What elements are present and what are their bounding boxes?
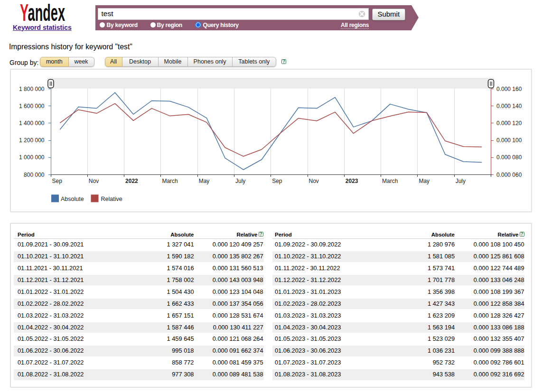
svg-text:Relative: Relative	[101, 196, 122, 202]
svg-text:Nov: Nov	[309, 178, 319, 184]
svg-text:March: March	[162, 178, 178, 184]
svg-text:July: July	[235, 178, 245, 184]
svg-text:July: July	[456, 178, 466, 184]
svg-text:May: May	[419, 178, 430, 184]
svg-text:1 400 000: 1 400 000	[19, 120, 45, 127]
svg-text:0.000 160: 0.000 160	[496, 86, 522, 92]
svg-text:Sep: Sep	[52, 178, 63, 184]
svg-text:0.000 100: 0.000 100	[496, 137, 522, 144]
svg-text:1 600 000: 1 600 000	[19, 103, 45, 109]
svg-text:Yandex: Yandex	[20, 1, 65, 23]
svg-text:1 000 000: 1 000 000	[19, 154, 45, 161]
svg-text:Sep: Sep	[272, 178, 282, 184]
svg-text:0.000 140: 0.000 140	[496, 103, 522, 109]
svg-text:0.000 120: 0.000 120	[496, 120, 522, 127]
svg-text:0.000 060: 0.000 060	[496, 172, 522, 178]
svg-text:0.000 080: 0.000 080	[496, 154, 522, 161]
svg-text:800 000: 800 000	[24, 172, 45, 178]
svg-text:1 200 000: 1 200 000	[19, 137, 45, 144]
svg-text:Nov: Nov	[89, 178, 99, 184]
svg-text:May: May	[199, 178, 210, 184]
svg-text:2022: 2022	[125, 178, 138, 184]
svg-text:2023: 2023	[346, 178, 358, 184]
svg-text:Absolute: Absolute	[61, 196, 84, 202]
svg-text:1 800 000: 1 800 000	[19, 86, 45, 92]
svg-text:March: March	[382, 178, 398, 184]
